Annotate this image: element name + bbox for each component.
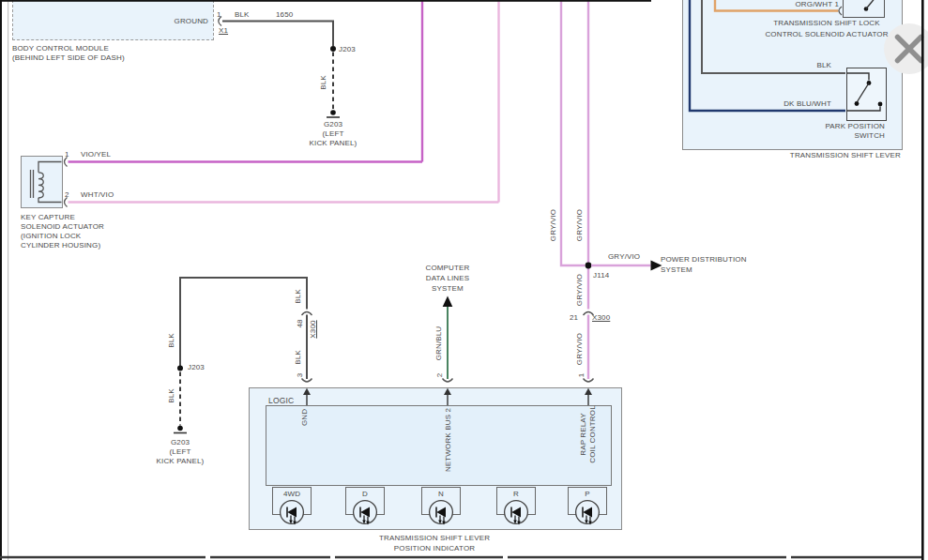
indicator-pin3-number: 3 xyxy=(296,373,305,378)
bcm-circuit-number: 1650 xyxy=(276,10,293,20)
grn-blu-wire xyxy=(443,296,453,383)
computer-data-line1: COMPUTER xyxy=(426,264,470,273)
wiring-diagram-page: GROUND 1 X1 BLK 1650 BODY CONTROL MODULE… xyxy=(0,0,928,560)
bcm-ground-wire xyxy=(219,17,340,118)
x300-pin48: 48 xyxy=(296,319,305,327)
park-switch-name2: SWITCH xyxy=(855,131,885,141)
lamp-label-n: N xyxy=(438,490,444,499)
lamp-label-p: P xyxy=(585,490,590,499)
g203-loc2-2: KICK PANEL) xyxy=(157,457,205,466)
bcm-wire-color: BLK xyxy=(235,10,250,20)
key-capture-name3: (IGNITION LOCK xyxy=(21,232,81,241)
computer-data-line3: SYSTEM xyxy=(432,284,464,294)
vio-yel-label: VIO/YEL xyxy=(81,150,111,159)
bcm-name-line1: BODY CONTROL MODULE xyxy=(12,44,109,53)
splice-j203-dot xyxy=(330,46,336,52)
org-wht-label: ORG/WHT 1 xyxy=(795,0,839,9)
key-capture-pin2: 2 xyxy=(65,190,69,200)
key-capture-name4: CYLINDER HOUSING) xyxy=(21,241,100,250)
ground-g203-dot-2 xyxy=(177,426,183,431)
park-position-switch-box xyxy=(846,68,887,121)
shift-lock-solenoid-box xyxy=(843,0,885,18)
gry-vio-wires xyxy=(561,0,662,382)
splice-j203-label: J203 xyxy=(339,45,356,54)
indicator-gnd-label: GND xyxy=(300,409,310,426)
bcm-ground-label: GROUND xyxy=(175,17,208,26)
logic-box xyxy=(266,405,612,487)
indicator-name-line2: POSITION INDICATOR xyxy=(394,544,475,553)
lamp-label-r: R xyxy=(513,490,519,499)
gry-vio-rotated-d: GRY/VIO xyxy=(575,333,585,365)
key-capture-name2: SOLENOID ACTUATOR xyxy=(21,222,104,232)
park-switch-name1: PARK POSITION xyxy=(825,122,885,131)
blk-rotated-right-lower: BLK xyxy=(294,350,303,365)
rap-relay-line1: RAP RELAY xyxy=(579,413,587,456)
key-capture-box xyxy=(21,156,63,208)
splice-j114-dot xyxy=(586,263,592,269)
blk-rotated-right-upper: BLK xyxy=(294,289,303,304)
g203-loc1: (LEFT xyxy=(323,129,344,139)
splice-j203-label-2: J203 xyxy=(188,363,205,372)
indicator-pin1-number: 1 xyxy=(577,373,586,378)
x300-connector-label-2: X300 xyxy=(309,320,318,338)
gry-vio-horizontal-label: GRY/VIO xyxy=(608,252,640,262)
rap-relay-line2: COIL CONTROL xyxy=(587,405,596,463)
bcm-name-line2: (BEHIND LEFT SIDE OF DASH) xyxy=(12,53,125,63)
lamp-label-d: D xyxy=(362,490,368,499)
computer-data-line2: DATA LINES xyxy=(426,274,470,283)
key-capture-name1: KEY CAPTURE xyxy=(21,213,75,222)
gry-vio-rotated-c: GRY/VIO xyxy=(575,274,585,306)
shift-lever-assembly-name: TRANSMISSION SHIFT LEVER xyxy=(790,151,901,160)
x300-connector-label: X300 xyxy=(592,313,610,323)
indicator-rap-relay-label: RAP RELAY COIL CONTROL xyxy=(579,405,597,463)
g203-id: G203 xyxy=(324,120,342,129)
indicator-network-bus-label: NETWORK BUS 2 xyxy=(444,408,453,472)
bcm-blk-rotated: BLK xyxy=(319,75,328,90)
dk-blu-wht-label: DK BLU/WHT xyxy=(783,99,831,109)
wht-vio-label: WHT/VIO xyxy=(81,190,114,200)
splice-j203-dot-2 xyxy=(177,366,183,371)
park-blk-label: BLK xyxy=(816,61,831,70)
blk-rotated-left-upper: BLK xyxy=(167,333,176,348)
g203-loc1-2: (LEFT xyxy=(170,447,191,457)
g203-id-2: G203 xyxy=(171,438,190,447)
lamp-label-4wd: 4WD xyxy=(283,490,300,499)
power-distribution-line1: POWER DISTRIBUTION xyxy=(661,255,747,265)
indicator-pin2-number: 2 xyxy=(435,373,445,378)
shift-lock-solenoid-name2: CONTROL SOLENOID ACTUATOR xyxy=(765,30,888,39)
logic-label: LOGIC xyxy=(268,396,294,405)
g203-loc2: KICK PANEL) xyxy=(310,139,358,148)
grn-blu-rotated: GRN/BLU xyxy=(434,326,444,361)
computer-data-arrow xyxy=(443,296,453,308)
bcm-pin-number: 1 xyxy=(217,10,221,20)
gry-vio-rotated-b: GRY/VIO xyxy=(575,209,585,241)
blk-rotated-left-lower: BLK xyxy=(167,388,176,403)
bcm-connector-x1: X1 xyxy=(219,26,228,36)
indicator-name-line1: TRANSMISSION SHIFT LEVER xyxy=(379,534,490,543)
bottom-table-edge xyxy=(0,556,921,559)
key-capture-pin1: 1 xyxy=(65,150,69,159)
power-distribution-line2: SYSTEM xyxy=(661,265,692,275)
x300-pin21: 21 xyxy=(570,313,578,323)
ground-g203-dot xyxy=(330,110,336,115)
splice-j114-label: J114 xyxy=(593,271,609,280)
gry-vio-rotated-a: GRY/VIO xyxy=(549,209,558,241)
shift-lock-solenoid-name1: TRANSMISSION SHIFT LOCK xyxy=(773,19,880,28)
